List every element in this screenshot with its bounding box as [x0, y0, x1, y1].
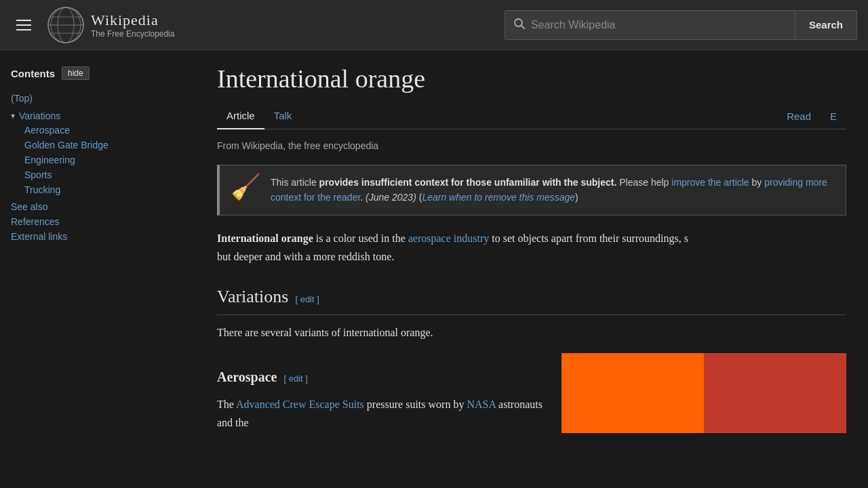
hamburger-line [16, 24, 31, 26]
article-body: International orange is a color used in … [217, 229, 846, 433]
toc-link-aerospace[interactable]: Aerospace [24, 125, 70, 136]
hide-button[interactable]: hide [62, 66, 90, 80]
toc-sub-item-engineering: Engineering [24, 152, 184, 167]
aerospace-edit-link[interactable]: [ edit ] [284, 371, 308, 386]
nasa-link[interactable]: NASA [467, 399, 496, 410]
toc-sub-variations: Aerospace Golden Gate Bridge Engineering… [11, 123, 184, 197]
variations-heading: Variations [ edit ] [217, 282, 846, 315]
globe-icon [47, 7, 84, 43]
toc-link-sports[interactable]: Sports [24, 169, 52, 180]
search-input[interactable] [531, 19, 787, 31]
notice-text: This article provides insufficient conte… [271, 175, 835, 205]
search-button[interactable]: Search [795, 10, 857, 40]
right-tabs: Read E [777, 105, 846, 129]
toc-link-engineering[interactable]: Engineering [24, 155, 75, 165]
svg-line-8 [521, 25, 525, 28]
tab-article[interactable]: Article [217, 104, 264, 129]
aerospace-industry-link[interactable]: aerospace industry [408, 232, 490, 244]
hamburger-line [16, 29, 31, 30]
aerospace-section: Aerospace [ edit ] The Advanced Crew Esc… [217, 353, 846, 433]
search-form: Search [505, 10, 857, 40]
hamburger-line [16, 20, 31, 21]
toc-item-top: (Top) [11, 88, 184, 108]
swatch-red-orange [704, 353, 846, 433]
toc-sub-item-trucking: Trucking [24, 182, 184, 197]
toc-sub-item-golden-gate: Golden Gate Bridge [24, 138, 184, 152]
learn-when-link[interactable]: Learn when to remove this message [422, 192, 575, 203]
notice-text-prefix: This article [271, 177, 319, 188]
aerospace-text: Aerospace [ edit ] The Advanced Crew Esc… [217, 353, 561, 433]
notice-date: . (June 2023) ( [360, 192, 422, 203]
tab-talk[interactable]: Talk [264, 104, 302, 129]
toc-item-external-links: External links [11, 229, 184, 244]
toc-item-references: References [11, 214, 184, 229]
toc-link-external-links[interactable]: External links [11, 231, 67, 242]
site-title: Wikipedia The Free Encyclopedia [91, 12, 174, 39]
aerospace-text-mid: pressure suits worn by [364, 399, 467, 410]
toc-section-variations: ▾ Variations [11, 110, 184, 121]
intro-text2: to set objects apart from their surround… [489, 232, 688, 244]
toc-link-top[interactable]: (Top) [11, 90, 184, 106]
broom-icon: 🧹 [231, 175, 261, 205]
notice-bold: provides insufficient context for those … [319, 177, 617, 188]
toc-link-references[interactable]: References [11, 216, 60, 227]
toc-sub-item-sports: Sports [24, 167, 184, 182]
contents-title: Contents [11, 68, 55, 79]
site-name: Wikipedia [91, 12, 174, 29]
contents-header: Contents hide [11, 66, 184, 80]
aces-link[interactable]: Advanced Crew Escape Suits [236, 399, 364, 410]
chevron-down-icon[interactable]: ▾ [11, 111, 15, 121]
toc-item-see-also: See also [11, 199, 184, 214]
aerospace-text-prefix: The [217, 399, 236, 410]
toc-item-variations: ▾ Variations Aerospace Golden Gate Bridg… [11, 108, 184, 199]
color-swatches [561, 353, 846, 433]
variations-heading-text: Variations [217, 282, 288, 312]
sidebar: Contents hide (Top) ▾ Variations Aerospa… [0, 50, 195, 488]
site-tagline: The Free Encyclopedia [91, 29, 174, 39]
tab-read[interactable]: Read [777, 105, 821, 129]
notice-close-paren: ) [575, 192, 578, 203]
page-title: International orange [217, 64, 846, 94]
search-icon [513, 18, 526, 33]
toc-link-see-also[interactable]: See also [11, 201, 47, 212]
from-wikipedia-label: From Wikipedia, the free encyclopedia [217, 140, 846, 151]
intro-text3: but deeper and with a more reddish tone. [217, 251, 394, 262]
swatch-orange [561, 353, 704, 433]
notice-by: by [749, 177, 765, 188]
table-of-contents: (Top) ▾ Variations Aerospace Golden Gate… [11, 88, 184, 244]
search-wrapper [505, 10, 795, 40]
toc-link-variations[interactable]: Variations [19, 110, 60, 121]
aerospace-subheading: Aerospace [ edit ] [217, 365, 551, 388]
tab-edit[interactable]: E [821, 105, 846, 129]
intro-bold: International orange [217, 232, 313, 244]
variations-paragraph: There are several variants of internatio… [217, 323, 846, 342]
main-content: International orange Article Talk Read E… [195, 50, 868, 488]
toc-link-golden-gate[interactable]: Golden Gate Bridge [24, 140, 108, 150]
variations-edit-link[interactable]: [ edit ] [295, 292, 319, 307]
intro-paragraph: International orange is a color used in … [217, 229, 846, 266]
improve-article-link[interactable]: improve the article [671, 177, 749, 188]
notice-text-mid: Please help [616, 177, 671, 188]
aerospace-heading-text: Aerospace [217, 365, 277, 388]
notice-box: 🧹 This article provides insufficient con… [217, 165, 846, 216]
hamburger-menu-button[interactable] [11, 14, 37, 36]
article-tabs: Article Talk Read E [217, 104, 846, 129]
wikipedia-logo-link[interactable]: Wikipedia The Free Encyclopedia [47, 7, 174, 43]
toc-sub-item-aerospace: Aerospace [24, 123, 184, 138]
intro-text1: is a color used in the [313, 232, 408, 244]
toc-link-trucking[interactable]: Trucking [24, 184, 60, 195]
aerospace-paragraph: The Advanced Crew Escape Suits pressure … [217, 395, 551, 432]
